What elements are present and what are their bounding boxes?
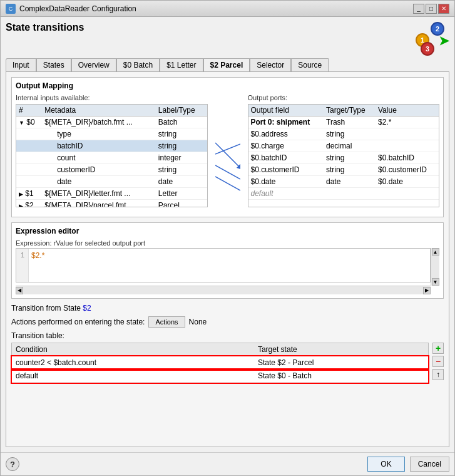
svg-line-2 xyxy=(215,165,240,179)
hash-cell xyxy=(16,140,42,152)
output-ports-label: Output ports: xyxy=(248,94,440,101)
tab-input[interactable]: Input xyxy=(6,58,36,71)
transition-table-row[interactable]: counter2 < $batch.count State $2 - Parce… xyxy=(12,356,428,370)
tab-states[interactable]: States xyxy=(36,58,71,71)
add-row-button[interactable]: + xyxy=(432,343,444,354)
transition-table-row[interactable]: default State $0 - Batch xyxy=(12,370,428,383)
target-cell: State $0 - Batch xyxy=(254,370,428,383)
output-mapping-title: Output Mapping xyxy=(16,81,439,90)
internal-inputs-panel: Internal inputs available: # Metadata La… xyxy=(16,94,208,213)
cancel-button[interactable]: Cancel xyxy=(410,457,449,472)
maximize-button[interactable]: □ xyxy=(426,4,437,14)
label-cell: string xyxy=(156,140,207,152)
title-bar-buttons: _ □ ✕ xyxy=(413,4,449,14)
remove-row-button[interactable]: − xyxy=(432,356,444,367)
title-bar: C ComplexDataReader Configuration _ □ ✕ xyxy=(1,1,454,17)
metadata-cell: batchID xyxy=(42,140,156,152)
field-cell: $0.address xyxy=(248,128,324,140)
table-row[interactable]: batchID string xyxy=(16,140,207,152)
transition-table[interactable]: Condition Target state counter2 < $batch… xyxy=(11,343,429,383)
internal-inputs-label: Internal inputs available: xyxy=(16,94,208,101)
field-cell: $0.customerID xyxy=(248,164,324,176)
value-cell: $0.date xyxy=(376,176,439,188)
minimize-button[interactable]: _ xyxy=(413,4,424,14)
value-cell xyxy=(376,128,439,140)
svg-line-3 xyxy=(215,177,240,190)
state-icon-3: 3 xyxy=(421,42,434,56)
expression-editor-title: Expression editor xyxy=(16,227,439,235)
window-title: ComplexDataReader Configuration xyxy=(19,4,136,13)
table-row[interactable]: $0.date date $0.date xyxy=(248,176,439,188)
expression-label: Expression: rValue for selected output p… xyxy=(16,239,439,247)
expression-value[interactable]: $2.* xyxy=(29,249,430,282)
internal-inputs-table[interactable]: # Metadata Label/Type ▼ $0 ${META_DIR}/b… xyxy=(16,104,208,207)
arrow-right-icon: ➤ xyxy=(439,33,449,48)
tab-source[interactable]: Source xyxy=(291,58,329,71)
col-metadata: Metadata xyxy=(42,105,156,116)
table-row[interactable]: date date xyxy=(16,176,207,188)
label-cell: string xyxy=(156,128,207,140)
table-row[interactable]: ▼ $0 ${META_DIR}/batch.fmt ... Batch xyxy=(16,116,207,128)
tab-s0batch[interactable]: $0 Batch xyxy=(116,58,160,71)
field-cell: Port 0: shipment xyxy=(248,116,324,128)
field-cell: $0.charge xyxy=(248,140,324,152)
col-hash: # xyxy=(16,105,42,116)
move-row-up-button[interactable]: ↑ xyxy=(432,369,444,380)
tt-side-buttons: + − ↑ xyxy=(432,343,444,383)
dialog-buttons: OK Cancel xyxy=(367,457,449,472)
field-cell: $0.batchID xyxy=(248,152,324,164)
value-cell: $2.* xyxy=(376,116,439,128)
close-button[interactable]: ✕ xyxy=(438,4,449,14)
ok-button[interactable]: OK xyxy=(367,457,404,472)
metadata-cell: date xyxy=(42,176,156,188)
scroll-right-btn[interactable]: ▶ xyxy=(423,287,431,294)
transition-from-label: Transition from State xyxy=(11,304,81,313)
table-row[interactable]: ▶ $2 ${META_DIR}/parcel.fmt... Parcel xyxy=(16,200,207,208)
table-row[interactable]: default xyxy=(248,188,439,200)
output-mapping-section: Output Mapping Internal inputs available… xyxy=(11,77,444,217)
scroll-left-btn[interactable]: ◀ xyxy=(16,287,23,294)
label-cell: Parcel xyxy=(156,200,207,208)
actions-row: Actions performed on entering the state:… xyxy=(11,316,444,328)
table-row[interactable]: customerID string xyxy=(16,164,207,176)
state-icons: 1 2 3 ➤ xyxy=(416,22,449,56)
type-cell: string xyxy=(324,128,376,140)
output-ports-table[interactable]: Output field Target/Type Value Port 0: s… xyxy=(248,104,440,207)
table-row[interactable]: $0.batchID string $0.batchID xyxy=(248,152,439,164)
hash-cell: ▶ $1 xyxy=(16,188,42,200)
hash-cell xyxy=(16,152,42,164)
table-row[interactable]: Port 0: shipment Trash $2.* xyxy=(248,116,439,128)
col-target-state: Target state xyxy=(254,343,428,356)
table-row[interactable]: $0.charge decimal xyxy=(248,140,439,152)
help-button[interactable]: ? xyxy=(6,457,19,471)
scroll-down-btn[interactable]: ▼ xyxy=(432,278,439,286)
label-cell: date xyxy=(156,176,207,188)
type-cell: date xyxy=(324,176,376,188)
table-row[interactable]: count integer xyxy=(16,152,207,164)
table-row[interactable]: type string xyxy=(16,128,207,140)
actions-button[interactable]: Actions xyxy=(148,316,185,328)
expr-scrollbar-h: ◀ ▶ xyxy=(16,286,431,294)
hash-cell: ▼ $0 xyxy=(16,116,42,128)
metadata-cell: ${META_DIR}/letter.fmt ... xyxy=(42,188,156,200)
condition-cell: counter2 < $batch.count xyxy=(12,356,254,370)
tab-s2parcel[interactable]: $2 Parcel xyxy=(203,58,250,71)
table-row[interactable]: ▶ $1 ${META_DIR}/letter.fmt ... Letter xyxy=(16,188,207,200)
table-row[interactable]: $0.customerID string $0.customerID xyxy=(248,164,439,176)
tab-overview[interactable]: Overview xyxy=(71,58,116,71)
scroll-up-btn[interactable]: ▲ xyxy=(432,248,439,256)
expression-editor[interactable]: 1 $2.* xyxy=(16,248,431,282)
main-panel: Output Mapping Internal inputs available… xyxy=(6,71,449,447)
metadata-cell: ${META_DIR}/parcel.fmt... xyxy=(42,200,156,208)
label-cell: string xyxy=(156,164,207,176)
tab-selector[interactable]: Selector xyxy=(250,58,291,71)
main-window: C ComplexDataReader Configuration _ □ ✕ … xyxy=(0,0,455,476)
type-cell: Trash xyxy=(324,116,376,128)
svg-line-1 xyxy=(215,144,240,154)
title-bar-left: C ComplexDataReader Configuration xyxy=(6,4,136,14)
expression-editor-wrapper: 1 $2.* ▲ ▼ xyxy=(16,248,439,286)
tab-s1letter[interactable]: $1 Letter xyxy=(160,58,203,71)
target-cell: State $2 - Parcel xyxy=(254,356,428,370)
connection-arrows xyxy=(215,105,240,209)
table-row[interactable]: $0.address string xyxy=(248,128,439,140)
